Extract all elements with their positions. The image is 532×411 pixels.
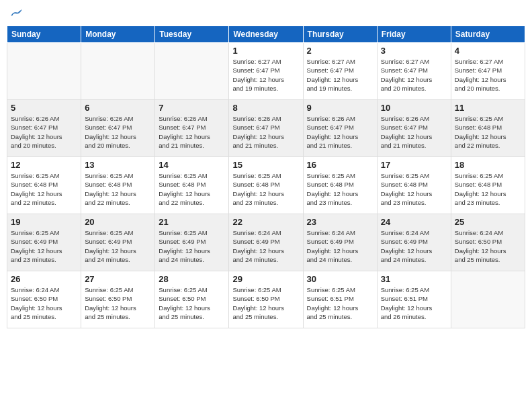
day-cell-13: 13Sunrise: 6:25 AM Sunset: 6:48 PM Dayli…	[81, 157, 155, 214]
day-info: Sunrise: 6:26 AM Sunset: 6:47 PM Dayligh…	[159, 114, 225, 150]
day-cell-31: 31Sunrise: 6:25 AM Sunset: 6:51 PM Dayli…	[377, 271, 451, 328]
day-info: Sunrise: 6:25 AM Sunset: 6:48 PM Dayligh…	[381, 171, 447, 207]
logo-bird-icon	[9, 7, 22, 20]
day-cell-27: 27Sunrise: 6:25 AM Sunset: 6:50 PM Dayli…	[81, 271, 155, 328]
header-row: SundayMondayTuesdayWednesdayThursdayFrid…	[7, 26, 525, 43]
day-info: Sunrise: 6:25 AM Sunset: 6:48 PM Dayligh…	[85, 171, 151, 207]
day-cell-12: 12Sunrise: 6:25 AM Sunset: 6:48 PM Dayli…	[7, 157, 81, 214]
day-header-sunday: Sunday	[7, 26, 81, 43]
day-info: Sunrise: 6:24 AM Sunset: 6:49 PM Dayligh…	[232, 228, 299, 264]
day-number: 17	[381, 160, 447, 170]
day-number: 25	[455, 217, 521, 227]
empty-cell	[451, 271, 525, 328]
page: SundayMondayTuesdayWednesdayThursdayFrid…	[0, 0, 532, 411]
day-cell-26: 26Sunrise: 6:24 AM Sunset: 6:50 PM Dayli…	[7, 271, 81, 328]
day-info: Sunrise: 6:25 AM Sunset: 6:48 PM Dayligh…	[11, 171, 77, 207]
day-cell-16: 16Sunrise: 6:25 AM Sunset: 6:48 PM Dayli…	[303, 157, 377, 214]
logo	[7, 7, 22, 20]
day-info: Sunrise: 6:25 AM Sunset: 6:50 PM Dayligh…	[85, 285, 151, 321]
day-cell-14: 14Sunrise: 6:25 AM Sunset: 6:48 PM Dayli…	[155, 157, 229, 214]
day-cell-21: 21Sunrise: 6:25 AM Sunset: 6:49 PM Dayli…	[155, 214, 229, 271]
day-number: 11	[455, 103, 521, 113]
day-cell-6: 6Sunrise: 6:26 AM Sunset: 6:47 PM Daylig…	[81, 100, 155, 157]
day-number: 9	[307, 103, 373, 113]
day-cell-20: 20Sunrise: 6:25 AM Sunset: 6:49 PM Dayli…	[81, 214, 155, 271]
day-header-monday: Monday	[81, 26, 155, 43]
day-number: 30	[307, 274, 373, 284]
header	[7, 7, 525, 20]
day-number: 2	[307, 46, 373, 56]
day-cell-24: 24Sunrise: 6:24 AM Sunset: 6:49 PM Dayli…	[377, 214, 451, 271]
day-number: 3	[381, 46, 447, 56]
day-number: 31	[381, 274, 447, 284]
day-number: 18	[455, 160, 521, 170]
week-row-1: 1Sunrise: 6:27 AM Sunset: 6:47 PM Daylig…	[7, 43, 525, 100]
day-cell-9: 9Sunrise: 6:26 AM Sunset: 6:47 PM Daylig…	[303, 100, 377, 157]
day-info: Sunrise: 6:25 AM Sunset: 6:51 PM Dayligh…	[307, 285, 373, 321]
day-number: 13	[85, 160, 151, 170]
day-number: 29	[232, 274, 299, 284]
calendar-table: SundayMondayTuesdayWednesdayThursdayFrid…	[7, 26, 525, 328]
day-info: Sunrise: 6:27 AM Sunset: 6:47 PM Dayligh…	[455, 57, 521, 93]
day-cell-17: 17Sunrise: 6:25 AM Sunset: 6:48 PM Dayli…	[377, 157, 451, 214]
day-cell-4: 4Sunrise: 6:27 AM Sunset: 6:47 PM Daylig…	[451, 43, 525, 100]
day-number: 15	[232, 160, 299, 170]
day-header-thursday: Thursday	[303, 26, 377, 43]
week-row-2: 5Sunrise: 6:26 AM Sunset: 6:47 PM Daylig…	[7, 100, 525, 157]
day-cell-11: 11Sunrise: 6:25 AM Sunset: 6:48 PM Dayli…	[451, 100, 525, 157]
day-number: 28	[159, 274, 225, 284]
day-info: Sunrise: 6:27 AM Sunset: 6:47 PM Dayligh…	[307, 57, 373, 93]
day-info: Sunrise: 6:25 AM Sunset: 6:48 PM Dayligh…	[307, 171, 373, 207]
day-cell-28: 28Sunrise: 6:25 AM Sunset: 6:50 PM Dayli…	[155, 271, 229, 328]
day-info: Sunrise: 6:25 AM Sunset: 6:48 PM Dayligh…	[455, 171, 521, 207]
day-info: Sunrise: 6:25 AM Sunset: 6:49 PM Dayligh…	[11, 228, 77, 264]
week-row-3: 12Sunrise: 6:25 AM Sunset: 6:48 PM Dayli…	[7, 157, 525, 214]
day-cell-29: 29Sunrise: 6:25 AM Sunset: 6:50 PM Dayli…	[229, 271, 303, 328]
day-info: Sunrise: 6:26 AM Sunset: 6:47 PM Dayligh…	[85, 114, 151, 150]
empty-cell	[81, 43, 155, 100]
week-row-4: 19Sunrise: 6:25 AM Sunset: 6:49 PM Dayli…	[7, 214, 525, 271]
day-cell-8: 8Sunrise: 6:26 AM Sunset: 6:47 PM Daylig…	[229, 100, 303, 157]
day-number: 8	[232, 103, 299, 113]
day-cell-15: 15Sunrise: 6:25 AM Sunset: 6:48 PM Dayli…	[229, 157, 303, 214]
day-header-friday: Friday	[377, 26, 451, 43]
empty-cell	[155, 43, 229, 100]
day-cell-1: 1Sunrise: 6:27 AM Sunset: 6:47 PM Daylig…	[229, 43, 303, 100]
empty-cell	[7, 43, 81, 100]
day-cell-10: 10Sunrise: 6:26 AM Sunset: 6:47 PM Dayli…	[377, 100, 451, 157]
day-cell-19: 19Sunrise: 6:25 AM Sunset: 6:49 PM Dayli…	[7, 214, 81, 271]
day-info: Sunrise: 6:26 AM Sunset: 6:47 PM Dayligh…	[381, 114, 447, 150]
day-number: 20	[85, 217, 151, 227]
day-info: Sunrise: 6:26 AM Sunset: 6:47 PM Dayligh…	[232, 114, 299, 150]
day-number: 23	[307, 217, 373, 227]
day-info: Sunrise: 6:27 AM Sunset: 6:47 PM Dayligh…	[381, 57, 447, 93]
day-cell-25: 25Sunrise: 6:24 AM Sunset: 6:50 PM Dayli…	[451, 214, 525, 271]
day-number: 21	[159, 217, 225, 227]
day-number: 24	[381, 217, 447, 227]
day-info: Sunrise: 6:25 AM Sunset: 6:48 PM Dayligh…	[232, 171, 299, 207]
day-info: Sunrise: 6:24 AM Sunset: 6:50 PM Dayligh…	[455, 228, 521, 264]
day-cell-30: 30Sunrise: 6:25 AM Sunset: 6:51 PM Dayli…	[303, 271, 377, 328]
day-info: Sunrise: 6:27 AM Sunset: 6:47 PM Dayligh…	[232, 57, 299, 93]
day-info: Sunrise: 6:26 AM Sunset: 6:47 PM Dayligh…	[11, 114, 77, 150]
day-cell-23: 23Sunrise: 6:24 AM Sunset: 6:49 PM Dayli…	[303, 214, 377, 271]
day-info: Sunrise: 6:25 AM Sunset: 6:49 PM Dayligh…	[85, 228, 151, 264]
day-info: Sunrise: 6:24 AM Sunset: 6:49 PM Dayligh…	[307, 228, 373, 264]
day-info: Sunrise: 6:25 AM Sunset: 6:51 PM Dayligh…	[381, 285, 447, 321]
day-number: 19	[11, 217, 77, 227]
day-header-tuesday: Tuesday	[155, 26, 229, 43]
day-info: Sunrise: 6:25 AM Sunset: 6:50 PM Dayligh…	[159, 285, 225, 321]
day-info: Sunrise: 6:25 AM Sunset: 6:49 PM Dayligh…	[159, 228, 225, 264]
day-cell-7: 7Sunrise: 6:26 AM Sunset: 6:47 PM Daylig…	[155, 100, 229, 157]
day-number: 22	[232, 217, 299, 227]
day-info: Sunrise: 6:25 AM Sunset: 6:50 PM Dayligh…	[232, 285, 299, 321]
day-header-saturday: Saturday	[451, 26, 525, 43]
day-number: 10	[381, 103, 447, 113]
day-number: 27	[85, 274, 151, 284]
day-info: Sunrise: 6:25 AM Sunset: 6:48 PM Dayligh…	[455, 114, 521, 150]
week-row-5: 26Sunrise: 6:24 AM Sunset: 6:50 PM Dayli…	[7, 271, 525, 328]
day-number: 16	[307, 160, 373, 170]
day-info: Sunrise: 6:25 AM Sunset: 6:48 PM Dayligh…	[159, 171, 225, 207]
day-cell-5: 5Sunrise: 6:26 AM Sunset: 6:47 PM Daylig…	[7, 100, 81, 157]
day-info: Sunrise: 6:26 AM Sunset: 6:47 PM Dayligh…	[307, 114, 373, 150]
